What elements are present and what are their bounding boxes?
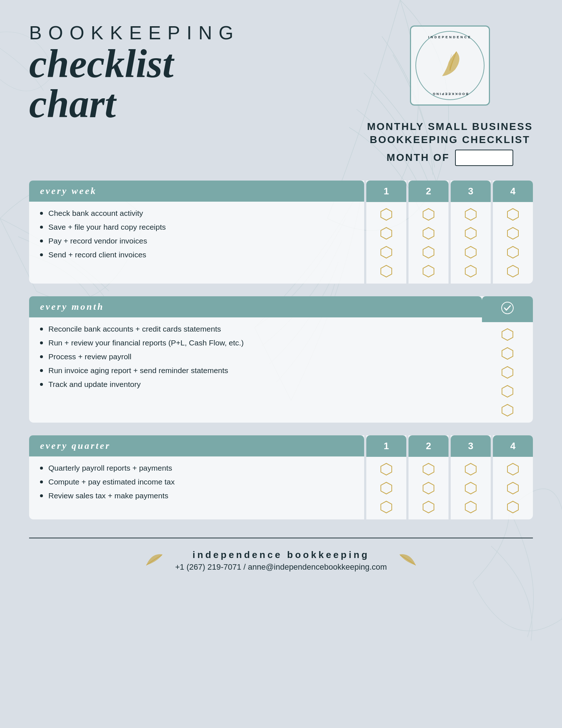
logo-inner: INDEPENDENCE BOOKKEEPING xyxy=(415,31,485,100)
monthly-info: MONTHLY SMALL BUSINESS BOOKKEEPING CHECK… xyxy=(367,113,533,166)
every-month-col-header xyxy=(482,296,533,322)
week-col-2-label: 2 xyxy=(426,186,431,197)
footer-separator: / xyxy=(243,562,248,571)
svg-marker-15 xyxy=(507,265,518,277)
logo-text-top: INDEPENDENCE xyxy=(428,35,472,39)
checkbox-hex[interactable] xyxy=(422,245,435,259)
week-col-3-label: 3 xyxy=(468,186,473,197)
header-title: BOOKKEEPING checklist chart xyxy=(29,22,367,124)
checkbox-hex[interactable] xyxy=(501,365,514,379)
every-month-grid: every month Reconcile bank accounts + cr… xyxy=(29,296,533,423)
svg-marker-33 xyxy=(507,501,518,513)
footer: independence bookkeeping +1 (267) 219-70… xyxy=(29,538,533,572)
checkbox-hex[interactable] xyxy=(379,481,393,495)
checkbox-hex[interactable] xyxy=(422,481,435,495)
every-quarter-header: every quarter xyxy=(29,435,364,456)
quarter-col-1-header: 1 xyxy=(366,435,406,457)
list-item: Send + record client invoices xyxy=(40,250,353,259)
checkbox-hex[interactable] xyxy=(464,500,478,514)
bullet-icon xyxy=(40,369,43,372)
checkbox-hex[interactable] xyxy=(464,245,478,259)
svg-marker-2 xyxy=(381,246,392,258)
quarter-col-2-header: 2 xyxy=(408,435,449,457)
checkbox-hex[interactable] xyxy=(506,226,520,240)
checkbox-hex[interactable] xyxy=(422,264,435,278)
svg-marker-24 xyxy=(381,501,392,513)
svg-marker-1 xyxy=(381,228,392,239)
checkbox-hex[interactable] xyxy=(464,462,478,476)
checkbox-hex[interactable] xyxy=(464,207,478,221)
svg-marker-23 xyxy=(381,482,392,494)
month-item-5: Track and update inventory xyxy=(48,380,141,389)
svg-marker-5 xyxy=(423,228,434,239)
every-month-title: every month xyxy=(40,301,104,312)
title-chart: chart xyxy=(29,84,367,124)
checkbox-hex[interactable] xyxy=(464,226,478,240)
month-input[interactable] xyxy=(455,150,513,166)
checkbox-hex[interactable] xyxy=(506,500,520,514)
footer-leaf-left-icon xyxy=(144,551,164,570)
every-week-section: every week Check bank account activity S… xyxy=(29,181,533,284)
week-column-3: 3 xyxy=(451,181,491,284)
svg-marker-6 xyxy=(423,246,434,258)
checkbox-hex[interactable] xyxy=(379,245,393,259)
checkbox-hex[interactable] xyxy=(506,207,520,221)
checkbox-hex[interactable] xyxy=(506,264,520,278)
bullet-icon xyxy=(40,341,43,344)
month-item-2: Run + review your financial reports (P+L… xyxy=(48,339,244,347)
checkbox-hex[interactable] xyxy=(379,462,393,476)
month-of-row: MONTH OF xyxy=(367,150,533,166)
quarter-column-3: 3 xyxy=(451,435,491,519)
every-month-header: every month xyxy=(29,296,482,317)
week-col-1-header: 1 xyxy=(366,181,406,202)
checkbox-hex[interactable] xyxy=(379,207,393,221)
checkbox-hex[interactable] xyxy=(379,264,393,278)
checkbox-hex[interactable] xyxy=(464,264,478,278)
checkbox-hex[interactable] xyxy=(501,384,514,398)
svg-point-16 xyxy=(502,302,513,314)
logo-box: INDEPENDENCE BOOKKEEPING xyxy=(410,25,490,106)
svg-marker-32 xyxy=(507,482,518,494)
monthly-title-line1: MONTHLY SMALL BUSINESS xyxy=(367,120,533,133)
list-item: Run invoice aging report + send reminder… xyxy=(40,366,471,375)
week-item-4: Send + record client invoices xyxy=(48,250,146,259)
bullet-icon xyxy=(40,494,43,497)
list-item: Compute + pay estimated income tax xyxy=(40,478,353,486)
svg-marker-9 xyxy=(465,228,476,239)
every-quarter-section: every quarter Quarterly payroll reports … xyxy=(29,435,533,519)
checkbox-hex[interactable] xyxy=(379,500,393,514)
checkbox-hex[interactable] xyxy=(506,245,520,259)
quarter-col-1-label: 1 xyxy=(384,440,389,451)
footer-leaf-right-icon xyxy=(398,551,418,570)
checkbox-hex[interactable] xyxy=(501,328,514,341)
checkbox-hex[interactable] xyxy=(422,226,435,240)
checkbox-hex[interactable] xyxy=(506,462,520,476)
checkbox-hex[interactable] xyxy=(422,207,435,221)
quarter-col-2-label: 2 xyxy=(426,440,431,451)
month-of-label: MONTH OF xyxy=(387,152,450,163)
week-col-1-label: 1 xyxy=(384,186,389,197)
checkbox-hex[interactable] xyxy=(464,481,478,495)
every-quarter-grid: every quarter Quarterly payroll reports … xyxy=(29,435,533,519)
checkbox-hex[interactable] xyxy=(422,500,435,514)
list-item: Reconcile bank accounts + credit cards s… xyxy=(40,325,471,333)
svg-marker-14 xyxy=(507,246,518,258)
svg-marker-18 xyxy=(502,348,513,359)
week-item-1: Check bank account activity xyxy=(48,209,143,218)
week-col-4-label: 4 xyxy=(510,186,515,197)
quarter-col-2-body xyxy=(422,457,435,519)
svg-marker-31 xyxy=(507,463,518,475)
checkbox-hex[interactable] xyxy=(379,226,393,240)
footer-text: independence bookkeeping +1 (267) 219-70… xyxy=(175,549,387,572)
logo-text-bottom: BOOKKEEPING xyxy=(432,92,469,96)
quarter-col-4-label: 4 xyxy=(510,440,515,451)
quarter-column-4: 4 xyxy=(493,435,533,519)
checkbox-hex[interactable] xyxy=(501,403,514,417)
checkbox-hex[interactable] xyxy=(501,347,514,360)
checkbox-hex[interactable] xyxy=(422,462,435,476)
svg-marker-29 xyxy=(465,482,476,494)
week-col-4-body xyxy=(506,202,520,284)
checkbox-hex[interactable] xyxy=(506,481,520,495)
week-col-2-body xyxy=(422,202,435,284)
week-col-3-body xyxy=(464,202,478,284)
